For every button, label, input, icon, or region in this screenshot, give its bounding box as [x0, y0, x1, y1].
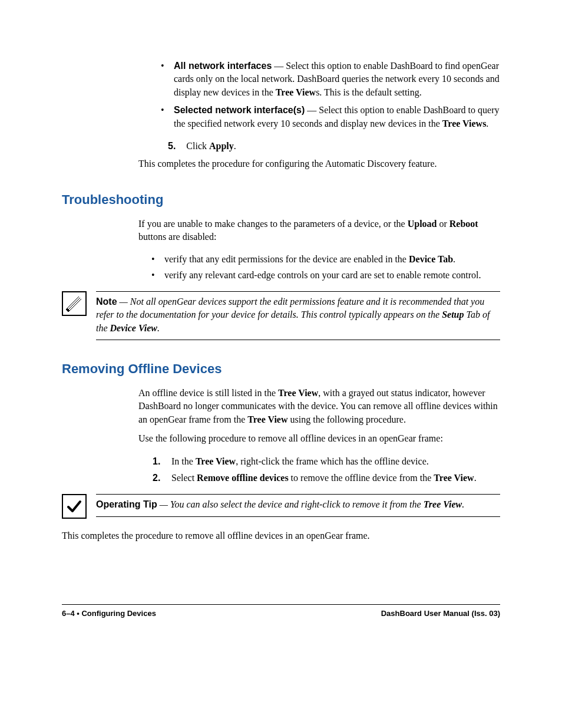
li-post: . — [453, 254, 455, 264]
checkmark-icon — [66, 498, 82, 515]
tip-c: . — [462, 499, 464, 509]
tip-lead: Operating Tip — [96, 499, 157, 509]
note-post: . — [157, 323, 160, 333]
trouble-item-2: verify any relevant card-edge controls o… — [164, 269, 500, 282]
completes-paragraph: This completes the procedure for configu… — [138, 157, 500, 170]
tip-callout: Operating Tip — You can also select the … — [62, 494, 500, 519]
step-2: Select Remove offline devices to remove … — [153, 472, 500, 485]
note-icon — [62, 291, 87, 316]
removing-steps: In the Tree View, right-click the frame … — [153, 455, 500, 485]
tree-views-text: Tree Views — [442, 118, 487, 129]
note-body: Note — Not all openGear devices support … — [96, 291, 500, 340]
tree-view-text: Tree View — [196, 456, 236, 466]
tree-view-text: Tree View — [247, 414, 287, 424]
troubleshooting-body: If you are unable to make changes to the… — [138, 218, 500, 282]
s2e: . — [474, 473, 477, 483]
footer-left: 6–4 • Configuring Devices — [62, 608, 156, 619]
heading-removing: Removing Offline Devices — [62, 360, 500, 378]
setup-text: Setup — [442, 309, 464, 319]
tip-icon — [62, 494, 87, 519]
tree-view-text: Tree View — [434, 473, 474, 483]
step-number: 5. — [168, 140, 176, 153]
s1a: In the — [171, 456, 196, 466]
option-selected-interfaces: Selected network interface(s) — Select t… — [174, 104, 500, 130]
page: All network interfaces — Select this opt… — [0, 0, 562, 648]
step-5: 5. Click Apply. — [168, 140, 500, 153]
completes-paragraph-2: This completes the procedure to remove a… — [62, 529, 500, 542]
s2c: to remove the offline device from the — [289, 473, 434, 483]
intro-pre: If you are unable to make changes to the… — [138, 219, 408, 229]
s2a: Select — [171, 473, 197, 483]
footer-right: DashBoard User Manual (Iss. 03) — [381, 608, 500, 619]
tree-view-text: Tree View — [278, 388, 318, 398]
page-footer: 6–4 • Configuring Devices DashBoard User… — [62, 604, 500, 619]
device-tab-text: Device Tab — [409, 254, 453, 264]
removing-p2: Use the following procedure to remove al… — [138, 432, 500, 445]
step-text: Click Apply. — [186, 140, 236, 153]
tip-body: Operating Tip — You can also select the … — [96, 494, 500, 516]
p1a: An offline device is still listed in the — [138, 388, 278, 398]
intro-post: buttons are disabled: — [138, 232, 216, 242]
trouble-item-1: verify that any edit permissions for the… — [164, 253, 500, 266]
removing-p1: An offline device is still listed in the… — [138, 387, 500, 426]
li-pre: verify that any edit permissions for the… — [164, 254, 409, 264]
device-view-text: Device View — [110, 323, 157, 333]
trouble-intro: If you are unable to make changes to the… — [138, 218, 500, 244]
continued-content: All network interfaces — Select this opt… — [138, 60, 500, 171]
heading-troubleshooting: Troubleshooting — [62, 191, 500, 209]
step-1: In the Tree View, right-click the frame … — [153, 455, 500, 468]
remove-offline-text: Remove offline devices — [197, 473, 289, 483]
option-list: All network interfaces — Select this opt… — [174, 60, 500, 130]
apply-text: Apply — [209, 141, 234, 151]
intro-mid: or — [437, 219, 449, 229]
tree-view-text: Tree View — [424, 499, 462, 509]
option-tail: s. This is the default setting. — [316, 87, 422, 97]
pencil-note-icon — [65, 295, 83, 312]
removing-body: An offline device is still listed in the… — [138, 387, 500, 485]
step-post: . — [234, 141, 236, 151]
note-callout: Note — Not all openGear devices support … — [62, 291, 500, 340]
trouble-list: verify that any edit permissions for the… — [164, 253, 500, 282]
option-all-interfaces: All network interfaces — Select this opt… — [174, 60, 500, 99]
option-label: Selected network interface(s) — [174, 105, 305, 115]
note-text: — Not all openGear devices support the e… — [96, 297, 484, 319]
option-tail: . — [486, 118, 488, 129]
upload-text: Upload — [408, 219, 437, 229]
s1c: , right-click the frame which has the of… — [236, 456, 429, 466]
tip-a: — You can also select the device and rig… — [157, 499, 424, 509]
note-lead: Note — [96, 297, 117, 307]
option-label: All network interfaces — [174, 61, 272, 71]
reboot-text: Reboot — [449, 219, 478, 229]
step-pre: Click — [186, 141, 209, 151]
p1c: using the following procedure. — [288, 414, 406, 424]
tree-view-text: Tree View — [276, 87, 316, 97]
